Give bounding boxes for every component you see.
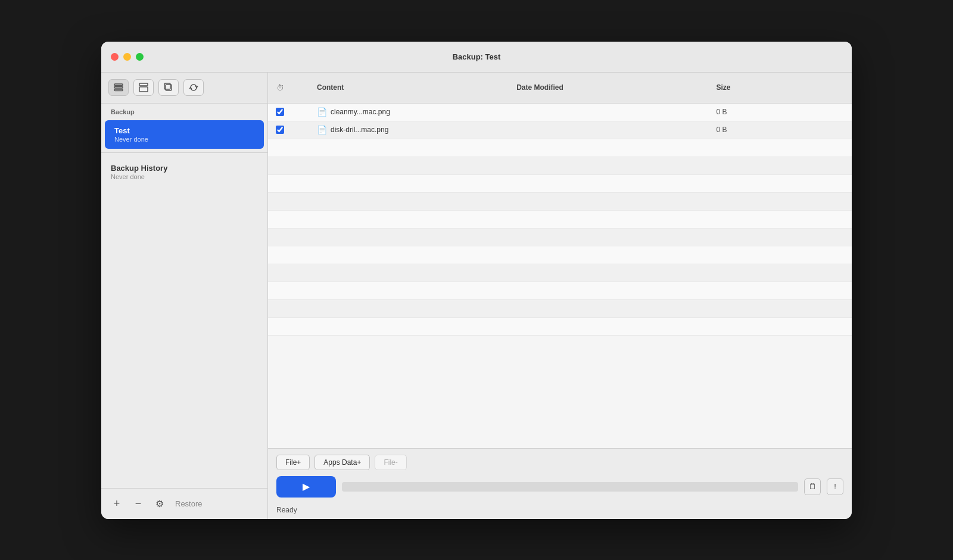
settings-button[interactable]: ⚙ [151, 495, 168, 512]
sidebar-section-label: Backup [101, 104, 267, 119]
copy-view-button[interactable] [158, 79, 179, 96]
sidebar-item-test[interactable]: Test Never done [105, 120, 264, 149]
app-window: Backup: Test [101, 42, 852, 519]
svg-rect-1 [114, 87, 123, 89]
sidebar-item-name: Test [114, 126, 254, 135]
table-row: 📄 disk-dril...mac.png 0 B [268, 121, 852, 139]
remove-button[interactable]: − [130, 495, 147, 512]
row-size-1: 0 B [709, 108, 816, 116]
restore-button[interactable]: Restore [175, 499, 203, 508]
row-filename-1: cleanmy...mac.png [331, 108, 390, 116]
list-view-button[interactable] [108, 79, 129, 96]
check-column-header: ⏱ [268, 83, 292, 92]
apps-data-plus-button[interactable]: Apps Data+ [314, 455, 370, 470]
sidebar-bottom: + − ⚙ Restore [101, 488, 267, 519]
row-content-1: 📄 cleanmy...mac.png [310, 107, 509, 117]
clock-icon: ⏱ [276, 83, 284, 92]
content-column-header: Content [310, 83, 509, 92]
table-row [268, 211, 852, 229]
status-bar: Ready [268, 503, 852, 519]
row-checkbox-1[interactable] [268, 108, 292, 116]
log-button[interactable]: 🗒 [804, 478, 821, 495]
svg-rect-0 [114, 84, 123, 86]
window-title: Backup: Test [453, 52, 501, 61]
table-row [268, 264, 852, 282]
size-column-header: Size [709, 83, 816, 92]
close-button[interactable] [111, 53, 119, 61]
table-row [268, 246, 852, 264]
status-text: Ready [276, 506, 297, 514]
sidebar-toolbar [101, 73, 267, 104]
footer-buttons: File+ Apps Data+ File- [268, 449, 852, 476]
table-row [268, 229, 852, 246]
table-header: ⏱ Content Date Modified Size [268, 73, 852, 104]
table-row: 📄 cleanmy...mac.png 0 B [268, 104, 852, 121]
table-row [268, 318, 852, 336]
checkbox-1[interactable] [276, 108, 284, 116]
main-content: ⏱ Content Date Modified Size 📄 [268, 73, 852, 519]
sidebar-item-sub: Never done [114, 136, 254, 143]
footer: File+ Apps Data+ File- ▶ 🗒 ! [268, 448, 852, 519]
info-button[interactable]: ! [827, 478, 843, 495]
backup-history-name: Backup History [111, 164, 258, 173]
titlebar: Backup: Test [101, 42, 852, 73]
play-icon: ▶ [303, 481, 310, 492]
run-button[interactable]: ▶ [276, 476, 336, 498]
row-size-2: 0 B [709, 126, 816, 134]
archive-view-button[interactable] [133, 79, 154, 96]
minus-icon: − [135, 498, 142, 510]
progress-bar-container [342, 482, 798, 492]
plus-icon: + [114, 498, 120, 510]
table-row [268, 300, 852, 318]
file-plus-button[interactable]: File+ [276, 455, 310, 470]
gear-icon: ⚙ [155, 498, 164, 509]
add-button[interactable]: + [108, 495, 125, 512]
table-body: 📄 cleanmy...mac.png 0 B 📄 disk-dril [268, 104, 852, 448]
backup-history-sub: Never done [111, 173, 258, 180]
info-icon: ! [834, 482, 836, 491]
row-checkbox-2[interactable] [268, 126, 292, 134]
file-icon-1: 📄 [317, 107, 327, 117]
checkbox-2[interactable] [276, 126, 284, 134]
traffic-lights [111, 53, 144, 61]
svg-rect-4 [139, 87, 148, 92]
footer-progress: ▶ 🗒 ! [268, 476, 852, 503]
sync-view-button[interactable] [183, 79, 204, 96]
sidebar: Backup Test Never done Backup History Ne… [101, 73, 268, 519]
document-icon: 🗒 [809, 482, 817, 491]
date-column-header: Date Modified [509, 83, 709, 92]
content-area: Backup Test Never done Backup History Ne… [101, 73, 852, 519]
table-row [268, 282, 852, 300]
table-row [268, 139, 852, 157]
svg-rect-2 [114, 89, 123, 91]
table-row [268, 193, 852, 211]
row-content-2: 📄 disk-dril...mac.png [310, 125, 509, 134]
table-row [268, 157, 852, 175]
minimize-button[interactable] [123, 53, 131, 61]
svg-rect-3 [139, 83, 148, 86]
file-minus-button[interactable]: File- [375, 455, 406, 470]
table-row [268, 175, 852, 193]
row-filename-2: disk-dril...mac.png [331, 126, 388, 134]
sidebar-divider [101, 152, 267, 153]
sidebar-item-backup-history[interactable]: Backup History Never done [101, 155, 267, 189]
maximize-button[interactable] [136, 53, 144, 61]
file-icon-2: 📄 [317, 125, 327, 134]
